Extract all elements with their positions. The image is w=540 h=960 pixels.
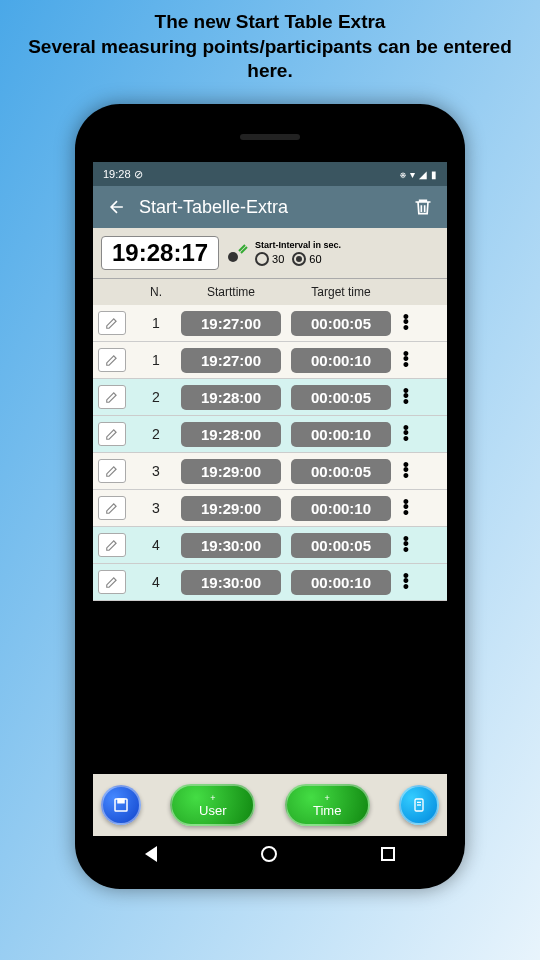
battery-icon: ▮: [431, 169, 437, 180]
phone-frame: 19:28 ⊘ ⎈ ▾ ◢ ▮ Start-Tabelle-Extra 19: [75, 104, 465, 889]
header-start: Starttime: [176, 285, 286, 299]
row-number: 3: [136, 463, 176, 479]
status-time: 19:28: [103, 168, 131, 180]
edit-icon[interactable]: [98, 311, 126, 335]
row-menu-icon[interactable]: •••: [396, 500, 416, 516]
start-time[interactable]: 19:30:00: [181, 533, 281, 558]
table-row: 119:27:0000:00:05•••: [93, 305, 447, 342]
table-container: N. Starttime Target time 119:27:0000:00:…: [93, 278, 447, 774]
row-number: 4: [136, 537, 176, 553]
row-number: 1: [136, 315, 176, 331]
edit-icon[interactable]: [98, 570, 126, 594]
edit-icon[interactable]: [98, 459, 126, 483]
save-button[interactable]: [101, 785, 141, 825]
bottom-toolbar: + User + Time: [93, 774, 447, 836]
target-time[interactable]: 00:00:05: [291, 459, 391, 484]
location-icon: ⎈: [400, 169, 406, 180]
table-row: 219:28:0000:00:10•••: [93, 416, 447, 453]
start-time[interactable]: 19:29:00: [181, 459, 281, 484]
row-menu-icon[interactable]: •••: [396, 574, 416, 590]
status-icon: ⊘: [134, 168, 143, 180]
table-row: 119:27:0000:00:10•••: [93, 342, 447, 379]
clock-display: 19:28:17: [101, 236, 219, 270]
row-number: 3: [136, 500, 176, 516]
target-time[interactable]: 00:00:05: [291, 311, 391, 336]
table-row: 419:30:0000:00:10•••: [93, 564, 447, 601]
start-time[interactable]: 19:30:00: [181, 570, 281, 595]
row-menu-icon[interactable]: •••: [396, 389, 416, 405]
android-navbar: [93, 836, 447, 871]
table-row: 319:29:0000:00:05•••: [93, 453, 447, 490]
target-time[interactable]: 00:00:05: [291, 385, 391, 410]
satellite-icon: [225, 241, 249, 265]
row-number: 2: [136, 426, 176, 442]
add-time-button[interactable]: + Time: [285, 784, 370, 826]
interval-radio-60[interactable]: 60: [292, 252, 321, 266]
edit-icon[interactable]: [98, 348, 126, 372]
nav-back-icon[interactable]: [145, 846, 157, 862]
nav-home-icon[interactable]: [261, 846, 277, 862]
start-time[interactable]: 19:29:00: [181, 496, 281, 521]
row-menu-icon[interactable]: •••: [396, 315, 416, 331]
target-time[interactable]: 00:00:10: [291, 348, 391, 373]
table-header: N. Starttime Target time: [93, 278, 447, 305]
edit-icon[interactable]: [98, 422, 126, 446]
app-bar: Start-Tabelle-Extra: [93, 186, 447, 228]
row-number: 1: [136, 352, 176, 368]
appbar-title: Start-Tabelle-Extra: [139, 197, 401, 218]
wifi-icon: ▾: [410, 169, 415, 180]
target-time[interactable]: 00:00:05: [291, 533, 391, 558]
page-caption: The new Start Table ExtraSeveral measuri…: [0, 0, 540, 89]
phone-speaker: [240, 134, 300, 140]
row-menu-icon[interactable]: •••: [396, 537, 416, 553]
table-row: 419:30:0000:00:05•••: [93, 527, 447, 564]
row-number: 4: [136, 574, 176, 590]
delete-button[interactable]: [409, 193, 437, 221]
export-button[interactable]: [399, 785, 439, 825]
target-time[interactable]: 00:00:10: [291, 570, 391, 595]
plus-icon: +: [210, 794, 215, 803]
start-time[interactable]: 19:27:00: [181, 348, 281, 373]
start-time[interactable]: 19:28:00: [181, 422, 281, 447]
row-menu-icon[interactable]: •••: [396, 352, 416, 368]
status-bar: 19:28 ⊘ ⎈ ▾ ◢ ▮: [93, 162, 447, 186]
interval-label: Start-Interval in sec.: [255, 240, 439, 250]
top-controls: 19:28:17 Start-Interval in sec. 3060: [93, 228, 447, 278]
edit-icon[interactable]: [98, 496, 126, 520]
svg-point-0: [228, 252, 238, 262]
edit-icon[interactable]: [98, 533, 126, 557]
signal-icon: ◢: [419, 169, 427, 180]
add-user-button[interactable]: + User: [170, 784, 255, 826]
edit-icon[interactable]: [98, 385, 126, 409]
table-row: 219:28:0000:00:05•••: [93, 379, 447, 416]
interval-section: Start-Interval in sec. 3060: [255, 240, 439, 266]
nav-recent-icon[interactable]: [381, 847, 395, 861]
target-time[interactable]: 00:00:10: [291, 422, 391, 447]
interval-radio-30[interactable]: 30: [255, 252, 284, 266]
header-target: Target time: [286, 285, 396, 299]
start-time[interactable]: 19:27:00: [181, 311, 281, 336]
time-label: Time: [313, 804, 341, 817]
user-label: User: [199, 804, 226, 817]
row-number: 2: [136, 389, 176, 405]
start-time[interactable]: 19:28:00: [181, 385, 281, 410]
row-menu-icon[interactable]: •••: [396, 463, 416, 479]
row-menu-icon[interactable]: •••: [396, 426, 416, 442]
header-n: N.: [136, 285, 176, 299]
back-button[interactable]: [103, 193, 131, 221]
plus-icon: +: [325, 794, 330, 803]
table-row: 319:29:0000:00:10•••: [93, 490, 447, 527]
target-time[interactable]: 00:00:10: [291, 496, 391, 521]
svg-rect-2: [118, 799, 124, 803]
